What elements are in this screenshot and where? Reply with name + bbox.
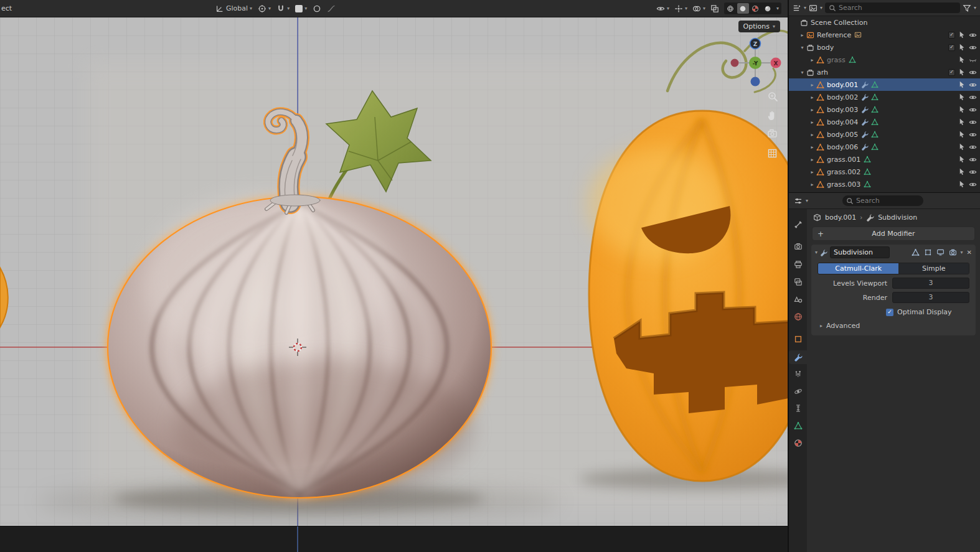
outliner-row-body-006[interactable]: ▸ body.006 xyxy=(789,141,980,153)
tab-world[interactable] xyxy=(789,310,807,324)
selectable-icon[interactable] xyxy=(958,106,966,113)
edit-mode-toggle[interactable] xyxy=(923,248,933,258)
outliner-search[interactable] xyxy=(825,2,960,13)
outliner-row-grass-003[interactable]: ▸ grass.003 xyxy=(789,178,980,190)
tab-physics[interactable] xyxy=(789,385,807,398)
playhead[interactable] xyxy=(297,526,298,552)
render-field[interactable]: 3 xyxy=(892,292,969,303)
outliner-row-body-005[interactable]: ▸ body.005 xyxy=(789,128,980,141)
tab-view-layer[interactable] xyxy=(789,275,807,289)
modifier-name-field[interactable] xyxy=(830,246,890,258)
selectable-icon[interactable] xyxy=(958,81,966,88)
expand-icon[interactable]: ▸ xyxy=(809,95,816,100)
expand-icon[interactable]: ▸ xyxy=(809,119,816,125)
properties-editor-icon[interactable] xyxy=(794,197,803,205)
visib-dropdown[interactable]: ▾ xyxy=(656,4,669,13)
delete-modifier-button[interactable]: ✕ xyxy=(967,249,972,256)
properties-search-input[interactable] xyxy=(856,197,920,205)
outliner-row-grass-001[interactable]: ▸ grass.001 xyxy=(789,153,980,166)
outliner-editor-icon[interactable] xyxy=(793,4,801,12)
selectable-icon[interactable] xyxy=(958,118,966,126)
display-mode-icon[interactable] xyxy=(809,4,817,12)
expand-icon[interactable]: ▸ xyxy=(809,57,816,63)
eye-icon[interactable] xyxy=(969,81,977,89)
collapse-icon[interactable]: ▾ xyxy=(815,250,817,255)
selectable-icon[interactable] xyxy=(958,31,966,39)
outliner-row-body-004[interactable]: ▸ body.004 xyxy=(789,116,980,128)
simple-option[interactable]: Simple xyxy=(898,263,969,274)
tab-modifiers[interactable] xyxy=(789,350,807,364)
filter-funnel-icon[interactable] xyxy=(963,4,971,12)
tab-output[interactable] xyxy=(789,258,807,271)
outliner-row-grass-002[interactable]: ▸ grass.002 xyxy=(789,166,980,178)
catmull-clark-option[interactable]: Catmull-Clark xyxy=(818,263,898,274)
options-dropdown[interactable]: Options ▾ xyxy=(738,21,780,32)
proportional-falloff-dropdown[interactable] xyxy=(327,4,336,13)
tab-scene[interactable] xyxy=(789,293,807,307)
selectable-icon[interactable] xyxy=(958,68,966,76)
eye-icon[interactable] xyxy=(969,106,977,114)
expand-icon[interactable]: ▸ xyxy=(799,32,806,38)
properties-search[interactable] xyxy=(842,195,923,206)
expand-icon[interactable]: ▸ xyxy=(809,182,816,187)
outliner-row-body-002[interactable]: ▸ body.002 xyxy=(789,91,980,103)
tab-render[interactable] xyxy=(789,240,807,253)
expand-icon[interactable]: ▸ xyxy=(809,144,816,150)
expand-icon[interactable]: ▸ xyxy=(809,157,816,162)
eye-icon[interactable] xyxy=(969,68,977,77)
eye-icon[interactable] xyxy=(969,44,977,52)
modifier-extras-dropdown[interactable]: ▾ xyxy=(961,250,963,255)
levels-viewport-field[interactable]: 3 xyxy=(892,278,969,289)
selectable-icon[interactable] xyxy=(958,131,966,138)
eye-icon[interactable] xyxy=(969,156,977,164)
proportional-edit-toggle[interactable] xyxy=(313,4,321,13)
tab-particles[interactable] xyxy=(789,367,807,381)
expand-icon[interactable]: ▸ xyxy=(809,82,816,88)
xray-toggle[interactable] xyxy=(710,4,719,13)
realtime-toggle[interactable] xyxy=(936,248,946,258)
tab-material[interactable] xyxy=(789,436,807,450)
expand-icon[interactable]: ▸ xyxy=(809,169,816,175)
eye-icon[interactable] xyxy=(969,93,977,101)
tab-constraints[interactable] xyxy=(789,401,807,415)
viewport-scene[interactable]: Z X -Y xyxy=(0,17,788,526)
outliner-search-input[interactable] xyxy=(839,4,956,12)
pivot-dropdown[interactable]: ▾ xyxy=(258,4,271,13)
outliner-row-grass[interactable]: ▸ grass xyxy=(789,54,980,66)
exclude-checkbox[interactable]: ✓ xyxy=(948,69,955,76)
outliner-row-body-003[interactable]: ▸ body.003 xyxy=(789,103,980,116)
collapse-icon[interactable]: ▾ xyxy=(799,70,806,75)
orientation-dropdown[interactable]: Global ▾ xyxy=(215,4,252,13)
expand-icon[interactable]: ▸ xyxy=(809,132,816,138)
shading-solid-button[interactable] xyxy=(737,3,749,14)
gizmo-negz-ball[interactable] xyxy=(751,77,760,87)
selectable-icon[interactable] xyxy=(958,93,966,101)
timeline-strip[interactable] xyxy=(0,526,788,552)
shading-wireframe-button[interactable] xyxy=(725,3,737,14)
shading-material-button[interactable] xyxy=(750,3,761,14)
overlays-dropdown[interactable]: ▾ xyxy=(692,4,705,13)
outliner-row-reference[interactable]: ▸ Reference ✓ xyxy=(789,29,980,41)
outliner-row-arh[interactable]: ▾ arh ✓ xyxy=(789,66,980,78)
expand-icon[interactable]: ▸ xyxy=(809,107,816,113)
exclude-checkbox[interactable]: ✓ xyxy=(948,32,955,39)
eye-icon[interactable] xyxy=(969,131,977,139)
selectable-icon[interactable] xyxy=(958,56,966,63)
tab-object[interactable] xyxy=(789,332,807,346)
selectable-icon[interactable] xyxy=(958,44,966,51)
outliner-row-scene-collection[interactable]: Scene Collection xyxy=(789,16,980,29)
shading-rendered-button[interactable] xyxy=(762,3,774,14)
selectable-icon[interactable] xyxy=(958,143,966,151)
eye-icon[interactable] xyxy=(969,143,977,151)
eye-icon[interactable] xyxy=(969,31,977,39)
breadcrumb-modifier[interactable]: Subdivision xyxy=(878,213,917,222)
advanced-section-toggle[interactable]: ▸ Advanced xyxy=(820,322,969,330)
breadcrumb-object[interactable]: body.001 xyxy=(825,213,856,222)
optimal-display-checkbox[interactable]: ✓ xyxy=(886,309,893,316)
selectable-icon[interactable] xyxy=(958,180,966,188)
selectable-icon[interactable] xyxy=(958,168,966,175)
viewport-3d[interactable]: Z X -Y xyxy=(0,17,788,526)
eye-icon[interactable] xyxy=(969,168,977,176)
snap-with-dropdown[interactable]: ▾ xyxy=(295,5,307,12)
snap-toggle[interactable]: ▾ xyxy=(276,4,290,13)
